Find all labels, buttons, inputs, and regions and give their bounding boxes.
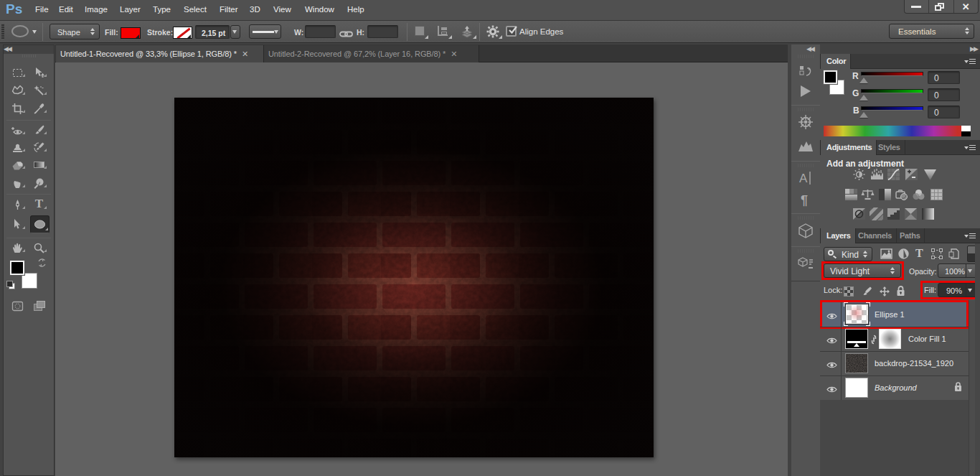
svg-text:T: T [35,197,44,210]
svg-text:¶: ¶ [801,193,808,207]
svg-text:A: A [799,172,808,185]
